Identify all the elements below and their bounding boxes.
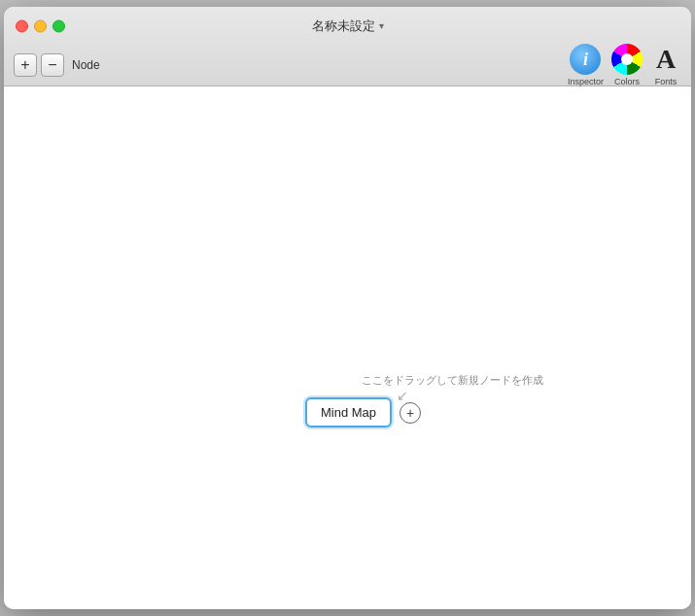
add-node-icon: + <box>406 405 414 421</box>
node-controls: + − Node <box>14 53 100 77</box>
add-node-button[interactable]: + <box>14 53 37 77</box>
window-title: 名称未設定 ▾ <box>312 17 384 35</box>
add-child-node-button[interactable]: + <box>400 402 421 424</box>
inspector-label: Inspector <box>568 77 604 86</box>
toolbar-right: i Inspector Colors A Fonts <box>568 44 681 86</box>
app-window: 名称未設定 ▾ + − Node i Inspector <box>4 7 691 609</box>
titlebar: 名称未設定 ▾ + − Node i Inspector <box>4 7 691 86</box>
titlebar-bottom: + − Node i Inspector Colors <box>4 45 691 86</box>
fonts-button[interactable]: A Fonts <box>650 44 681 86</box>
inspector-icon: i <box>570 44 601 75</box>
minimize-button[interactable] <box>34 19 47 32</box>
colors-icon <box>611 44 643 75</box>
titlebar-top: 名称未設定 ▾ <box>4 7 691 45</box>
mindmap-root-node[interactable]: Mind Map <box>305 397 392 428</box>
fonts-label: Fonts <box>655 77 678 86</box>
colors-button[interactable]: Colors <box>611 44 643 86</box>
traffic-lights <box>16 19 65 32</box>
remove-node-button[interactable]: − <box>41 53 64 77</box>
node-label: Node <box>72 58 100 72</box>
maximize-button[interactable] <box>52 19 65 32</box>
inspector-button[interactable]: i Inspector <box>568 44 604 86</box>
canvas-area[interactable]: ここをドラッグして新規ノードを作成 ↙ Mind Map + <box>4 86 691 609</box>
mindmap-container: Mind Map + <box>305 397 421 428</box>
window-title-chevron[interactable]: ▾ <box>379 20 384 31</box>
hint-text: ここをドラッグして新規ノードを作成 <box>362 373 543 388</box>
colors-label: Colors <box>614 77 640 86</box>
window-title-text: 名称未設定 <box>312 17 375 35</box>
close-button[interactable] <box>16 19 28 32</box>
fonts-icon: A <box>650 44 681 75</box>
